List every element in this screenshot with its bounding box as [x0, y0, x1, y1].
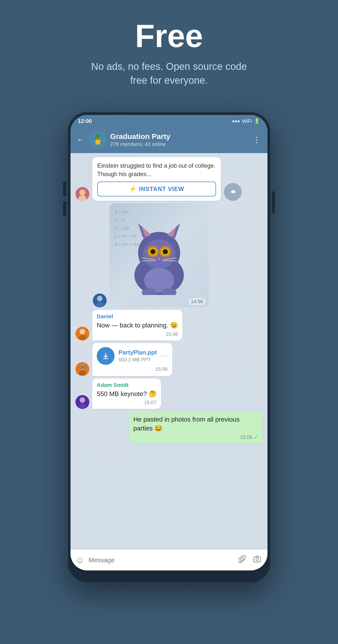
- svg-point-7: [96, 302, 103, 307]
- power-button: [272, 191, 275, 214]
- avatar: [93, 294, 107, 308]
- status-icons: ●●● WiFi 🔋: [232, 118, 260, 124]
- lightning-icon: ⚡: [129, 186, 137, 192]
- message-footer: 15:07: [97, 400, 157, 406]
- message-footer: 15:08 ✓: [133, 434, 258, 440]
- message-bubble: Adam Smidt 550 MB keynote? 🤔 15:07: [92, 378, 161, 409]
- file-row: PartyPlan.ppt 550.2 MB PPT ⋯: [97, 347, 168, 365]
- message-input[interactable]: [89, 554, 233, 566]
- message-bubble: Daniel Now — back to planning. 😉 15:06: [92, 310, 182, 340]
- input-bar: ☺: [70, 550, 268, 570]
- hero-title: Free: [135, 20, 203, 52]
- status-time: 12:00: [78, 118, 92, 124]
- message-row: Daniel Now — back to planning. 😉 15:06: [75, 310, 263, 340]
- svg-point-32: [79, 335, 86, 340]
- attach-button[interactable]: [237, 554, 248, 566]
- file-size: 550.2 MB PPT: [118, 357, 157, 362]
- message-text: He pasted in photos from all previous pa…: [133, 415, 258, 433]
- message-footer: 15:06: [97, 332, 178, 337]
- svg-point-3: [79, 190, 85, 196]
- hero-subtitle: No ads, no fees. Open source code free f…: [82, 60, 256, 87]
- volume-down-button: [63, 201, 66, 216]
- message-row: Einstein struggled to find a job out of …: [75, 157, 263, 201]
- sender-name: Daniel: [97, 313, 178, 320]
- sticker-row: A = πr² V = l³ P = 2πr s = √r² + h² A = …: [75, 203, 263, 308]
- battery-icon: 🔋: [254, 118, 260, 124]
- phone-container: 12:00 ●●● WiFi 🔋 ← 🍍: [67, 112, 271, 582]
- message-time: 15:06: [155, 366, 168, 372]
- avatar: [75, 362, 89, 376]
- svg-point-35: [79, 370, 86, 376]
- wifi-icon: WiFi: [242, 118, 252, 124]
- camera-button[interactable]: [252, 554, 263, 566]
- sticker-time: 14:58: [189, 298, 205, 305]
- group-avatar: 🍍: [89, 131, 107, 148]
- download-button[interactable]: [97, 347, 115, 365]
- avatar: [75, 187, 89, 201]
- instant-view-label: INSTANT VIEW: [139, 186, 184, 192]
- avatar: [75, 327, 89, 340]
- sticker-background: A = πr² V = l³ P = 2πr s = √r² + h² A = …: [110, 203, 209, 308]
- hero-section: Free No ads, no fees. Open source code f…: [0, 0, 338, 102]
- avatar: [75, 395, 89, 409]
- sender-name: Adam Smidt: [97, 382, 157, 388]
- read-checkmark: ✓: [254, 434, 258, 440]
- message-text: Now — back to planning. 😉: [97, 321, 178, 330]
- message-row: PartyPlan.ppt 550.2 MB PPT ⋯ 15:06: [75, 343, 263, 376]
- file-bubble: PartyPlan.ppt 550.2 MB PPT ⋯ 15:06: [92, 343, 172, 376]
- message-time: 15:07: [144, 400, 157, 406]
- svg-point-43: [256, 558, 258, 561]
- message-row: Adam Smidt 550 MB keynote? 🤔 15:07: [75, 378, 263, 409]
- article-bubble: Einstein struggled to find a job out of …: [92, 157, 221, 201]
- file-name: PartyPlan.ppt: [118, 349, 157, 356]
- message-text: 550 MB keynote? 🤔: [97, 389, 157, 398]
- group-info: Graduation Party 278 members, 42 online: [110, 132, 247, 147]
- svg-point-40: [80, 397, 85, 403]
- svg-point-17: [150, 249, 155, 254]
- sticker-container: A = πr² V = l³ P = 2πr s = √r² + h² A = …: [110, 203, 209, 308]
- emoji-button[interactable]: ☺: [75, 555, 85, 565]
- phone-screen: 12:00 ●●● WiFi 🔋 ← 🍍: [70, 115, 268, 570]
- group-name: Graduation Party: [110, 132, 247, 141]
- svg-point-6: [97, 296, 102, 301]
- message-row-outgoing: He pasted in photos from all previous pa…: [75, 412, 263, 444]
- instant-view-button[interactable]: ⚡ INSTANT VIEW: [97, 182, 216, 196]
- svg-text:🍍: 🍍: [92, 134, 103, 145]
- svg-point-31: [80, 329, 85, 334]
- volume-up-button: [63, 181, 66, 196]
- article-preview-text: Einstein struggled to find a job out of …: [97, 162, 216, 178]
- back-button[interactable]: ←: [75, 134, 85, 146]
- group-avatar-icon: 🍍: [89, 131, 107, 148]
- chat-area: Einstein struggled to find a job out of …: [70, 153, 268, 550]
- cat-sticker-icon: [124, 216, 194, 295]
- message-time: 15:08: [240, 434, 252, 440]
- svg-point-18: [163, 249, 168, 254]
- message-bubble-outgoing: He pasted in photos from all previous pa…: [129, 412, 263, 444]
- share-button[interactable]: [224, 183, 242, 201]
- svg-point-41: [79, 404, 86, 408]
- signal-icon: ●●●: [232, 119, 240, 124]
- file-more-button[interactable]: ⋯: [161, 352, 168, 360]
- message-time: 15:06: [166, 332, 178, 337]
- group-members-count: 278 members, 42 online: [110, 141, 247, 147]
- page-wrapper: Free No ads, no fees. Open source code f…: [0, 0, 338, 644]
- phone-shell: 12:00 ●●● WiFi 🔋 ← 🍍: [67, 112, 271, 582]
- chat-header: ← 🍍 Graduation Party 278 members, 42 onl…: [70, 127, 268, 153]
- file-info: PartyPlan.ppt 550.2 MB PPT: [118, 349, 157, 362]
- more-options-button[interactable]: ⋮: [251, 133, 263, 146]
- message-footer: 15:06: [97, 366, 168, 372]
- status-bar: 12:00 ●●● WiFi 🔋: [70, 115, 268, 127]
- svg-rect-42: [254, 557, 261, 562]
